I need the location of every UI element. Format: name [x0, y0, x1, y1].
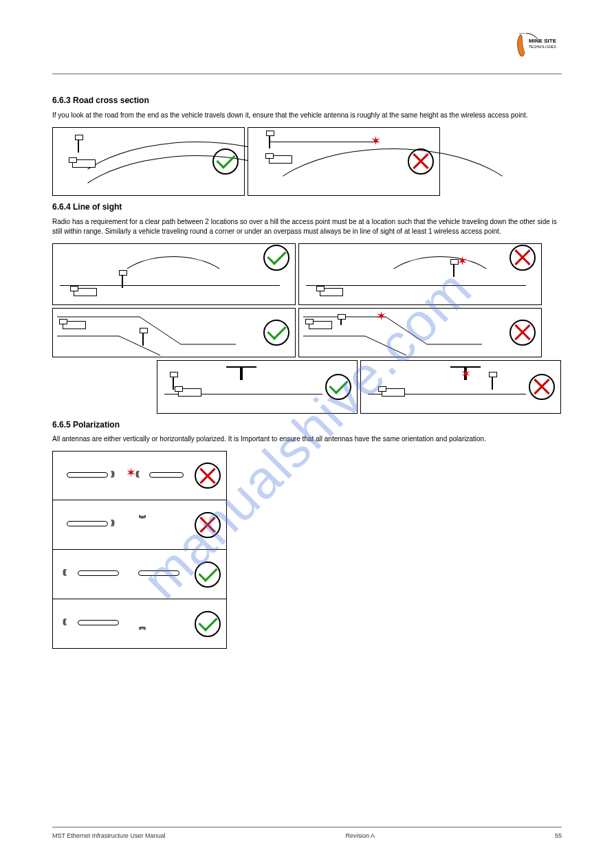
- svg-text:TECHNOLOGIES: TECHNOLOGIES: [529, 45, 556, 49]
- figure-polarization-bad-2: ))) ))): [52, 500, 227, 550]
- figure-corner-correct: [52, 308, 296, 357]
- cross-icon: [509, 320, 536, 346]
- text-road-cross-section: If you look at the road from the end as …: [52, 111, 562, 120]
- text-polarization: All antennas are either vertically or ho…: [52, 434, 562, 444]
- page-header: MINE SITE TECHNOLOGIES: [52, 33, 562, 74]
- check-icon: [212, 148, 239, 175]
- footer-page-number: 55: [555, 832, 562, 841]
- company-logo: MINE SITE TECHNOLOGIES: [514, 33, 562, 65]
- figure-hill-incorrect: ✶: [298, 243, 542, 305]
- figure-stack-polarization: ))) ✶ ((( ))) ))) ((( ((( (((: [52, 451, 227, 649]
- figure-overpass-incorrect: ✶: [360, 360, 561, 414]
- check-icon: [195, 561, 221, 588]
- check-icon: [195, 611, 221, 637]
- figure-row-road-cross: ✶: [52, 127, 562, 196]
- cross-icon: [408, 148, 434, 175]
- cross-icon: [195, 512, 221, 538]
- footer-doc-title: MST Ethernet Infrastructure User Manual: [52, 832, 165, 841]
- collision-star-icon: ✶: [371, 136, 380, 146]
- collision-star-icon: ✶: [461, 369, 470, 379]
- figure-row-overpass: ✶: [157, 360, 562, 414]
- figure-polarization-ok-1: (((: [52, 550, 227, 599]
- figure-overpass-correct: [157, 360, 358, 414]
- svg-text:MINE SITE: MINE SITE: [529, 38, 557, 44]
- figure-polarization-bad-1: ))) ✶ (((: [52, 451, 227, 500]
- collision-star-icon: ✶: [457, 256, 467, 266]
- figure-row-corner: ✶: [52, 308, 562, 357]
- collision-star-icon: ✶: [126, 468, 135, 478]
- heading-road-cross-section: 6.6.3 Road cross section: [52, 95, 562, 107]
- figure-road-cross-incorrect: ✶: [248, 127, 440, 196]
- cross-icon: [509, 245, 536, 271]
- heading-polarization: 6.6.5 Polarization: [52, 419, 562, 431]
- footer-revision: Revision A: [345, 832, 375, 841]
- figure-polarization-ok-2: ((( (((: [52, 599, 227, 649]
- figure-row-hill: ✶: [52, 243, 562, 305]
- figure-road-cross-correct: [52, 127, 245, 196]
- figure-hill-correct: [52, 243, 296, 305]
- check-icon: [325, 374, 351, 400]
- check-icon: [263, 245, 289, 271]
- page-footer: MST Ethernet Infrastructure User Manual …: [52, 827, 562, 841]
- cross-icon: [195, 463, 221, 489]
- figure-corner-incorrect: ✶: [298, 308, 542, 357]
- collision-star-icon: ✶: [376, 311, 386, 321]
- cross-icon: [529, 374, 555, 400]
- check-icon: [263, 320, 289, 346]
